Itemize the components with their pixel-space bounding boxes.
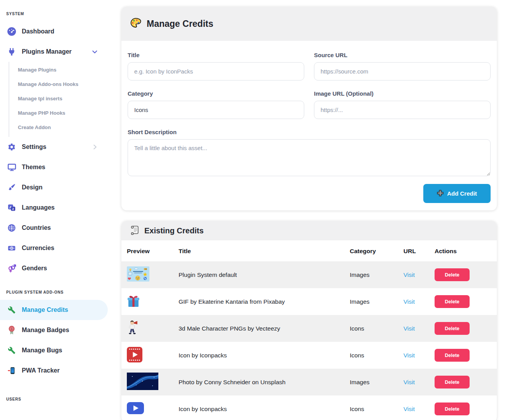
source-url-field-group: Source URL bbox=[314, 52, 491, 80]
globe-icon bbox=[7, 223, 16, 233]
default-preview-image bbox=[127, 266, 179, 283]
sidebar-item-settings[interactable]: Settings bbox=[0, 137, 108, 157]
sidebar-item-label: Languages bbox=[22, 204, 54, 211]
credit-title: Photo by Conny Schneider on Unsplash bbox=[179, 369, 350, 396]
delete-button[interactable]: Delete bbox=[435, 349, 470, 362]
paintbrush-icon bbox=[7, 183, 16, 192]
manage-credits-header: Manage Credits bbox=[121, 7, 497, 41]
banknote-icon: 1 bbox=[7, 243, 16, 253]
submenu-item-manage-plugins[interactable]: Manage Plugins bbox=[9, 63, 108, 77]
gear-icon bbox=[7, 142, 16, 152]
sidebar-item-label: Countries bbox=[22, 224, 51, 231]
credit-title: 3d Male Character PNGs by Vecteezy bbox=[179, 315, 350, 342]
visit-link[interactable]: Visit bbox=[403, 298, 415, 305]
svg-text:1: 1 bbox=[11, 327, 12, 330]
plus-icon bbox=[437, 190, 444, 198]
plugins-submenu: Manage Plugins Manage Addo-ons Hooks Man… bbox=[9, 62, 108, 137]
add-credit-button[interactable]: Add Credit bbox=[423, 184, 491, 203]
table-row: Icon by Iconpacks Icons Visit Delete bbox=[121, 342, 497, 369]
delete-button[interactable]: Delete bbox=[435, 322, 470, 335]
sidebar-item-currencies[interactable]: 1 Currencies bbox=[0, 238, 108, 258]
main-content: Manage Credits Title Source URL Category… bbox=[121, 0, 497, 420]
existing-credits-header: Existing Credits bbox=[121, 221, 497, 240]
source-url-input[interactable] bbox=[314, 62, 491, 80]
sidebar-item-manage-bugs[interactable]: Manage Bugs bbox=[0, 340, 108, 360]
submenu-item-manage-php-hooks[interactable]: Manage PHP Hooks bbox=[9, 106, 108, 120]
sidebar: SYSTEM Dashboard Plugins Manager Manage … bbox=[0, 0, 108, 420]
credit-title: Icon by Iconpacks bbox=[179, 396, 350, 420]
sidebar-item-label: Manage Badges bbox=[22, 327, 69, 334]
visit-link[interactable]: Visit bbox=[403, 352, 415, 359]
column-header-actions: Actions bbox=[435, 240, 497, 261]
section-label-system: SYSTEM bbox=[0, 12, 108, 16]
translate-icon: Az bbox=[7, 203, 16, 212]
sidebar-item-dashboard[interactable]: Dashboard bbox=[0, 21, 108, 42]
page-title: Manage Credits bbox=[147, 19, 213, 29]
delete-button[interactable]: Delete bbox=[435, 402, 470, 415]
credits-table: Preview Title Category URL Actions bbox=[121, 240, 497, 420]
visit-link[interactable]: Visit bbox=[403, 325, 415, 332]
image-url-label: Image URL (Optional) bbox=[314, 90, 491, 97]
svg-text:1: 1 bbox=[11, 247, 12, 249]
sidebar-item-label: Themes bbox=[22, 164, 45, 171]
category-select[interactable]: Icons bbox=[128, 101, 304, 119]
title-input[interactable] bbox=[128, 62, 304, 80]
credit-category: Images bbox=[350, 288, 403, 315]
visit-link[interactable]: Visit bbox=[403, 379, 415, 385]
delete-button[interactable]: Delete bbox=[435, 295, 470, 308]
sidebar-item-plugins-manager[interactable]: Plugins Manager bbox=[0, 42, 108, 62]
sidebar-item-label: Genders bbox=[22, 265, 47, 272]
title-field-group: Title bbox=[128, 52, 304, 80]
column-header-title: Title bbox=[179, 240, 350, 261]
description-label: Short Description bbox=[128, 129, 491, 135]
monitor-icon bbox=[7, 163, 16, 172]
phone-arrow-icon bbox=[7, 366, 16, 375]
svg-text:z: z bbox=[12, 207, 14, 211]
category-label: Category bbox=[128, 90, 304, 97]
description-field-group: Short Description bbox=[128, 129, 491, 176]
sidebar-item-countries[interactable]: Countries bbox=[0, 218, 108, 238]
source-url-label: Source URL bbox=[314, 52, 491, 58]
wrench-icon bbox=[7, 305, 16, 315]
plug-icon bbox=[7, 47, 16, 56]
table-header-row: Preview Title Category URL Actions bbox=[121, 240, 497, 261]
sidebar-item-manage-badges[interactable]: 1 Manage Badges bbox=[0, 320, 108, 340]
submenu-item-manage-addons-hooks[interactable]: Manage Addo-ons Hooks bbox=[9, 77, 108, 91]
credit-category: Icons bbox=[350, 342, 403, 369]
visit-link[interactable]: Visit bbox=[403, 406, 415, 412]
scroll-icon bbox=[130, 225, 139, 236]
sidebar-item-languages[interactable]: Az Languages bbox=[0, 198, 108, 218]
wrench-icon bbox=[7, 346, 16, 355]
sidebar-item-manage-credits[interactable]: Manage Credits bbox=[0, 300, 108, 320]
sidebar-item-label: Manage Credits bbox=[22, 306, 68, 313]
delete-button[interactable]: Delete bbox=[435, 376, 470, 388]
delete-button[interactable]: Delete bbox=[435, 268, 470, 281]
manage-credits-card: Manage Credits Title Source URL Category… bbox=[121, 7, 497, 210]
chevron-right-icon bbox=[92, 144, 98, 150]
visit-link[interactable]: Visit bbox=[403, 271, 415, 278]
medal-icon: 1 bbox=[7, 326, 16, 335]
sidebar-item-themes[interactable]: Themes bbox=[0, 157, 108, 177]
image-url-input[interactable] bbox=[314, 101, 491, 119]
artist-palette-icon bbox=[130, 18, 142, 30]
table-row: Plugin System default Images Visit Delet… bbox=[121, 261, 497, 288]
submenu-item-manage-tpl-inserts[interactable]: Manage tpl inserts bbox=[9, 91, 108, 106]
column-header-preview: Preview bbox=[121, 240, 179, 261]
table-row: GIF by Ekaterine Kantaria from Pixabay I… bbox=[121, 288, 497, 315]
sidebar-item-label: Plugins Manager bbox=[22, 48, 72, 55]
submenu-item-create-addon[interactable]: Create Addon bbox=[9, 120, 108, 135]
sidebar-item-label: Settings bbox=[22, 144, 46, 150]
sidebar-item-label: Design bbox=[22, 184, 42, 191]
sidebar-item-pwa-tracker[interactable]: PWA Tracker bbox=[0, 360, 108, 381]
sidebar-item-design[interactable]: Design bbox=[0, 177, 108, 198]
section-label-addons: PLUGIN SYSTEM ADD-ONS bbox=[0, 290, 108, 294]
sidebar-item-genders[interactable]: Genders bbox=[0, 258, 108, 278]
existing-credits-title: Existing Credits bbox=[144, 226, 203, 235]
red-video-icon bbox=[127, 347, 179, 364]
gift-image bbox=[127, 294, 179, 310]
credit-category: Images bbox=[350, 369, 403, 396]
blue-network-photo bbox=[127, 373, 179, 392]
gender-symbols-icon bbox=[7, 264, 16, 273]
description-textarea[interactable] bbox=[128, 139, 491, 176]
sidebar-item-label: Dashboard bbox=[22, 28, 54, 35]
